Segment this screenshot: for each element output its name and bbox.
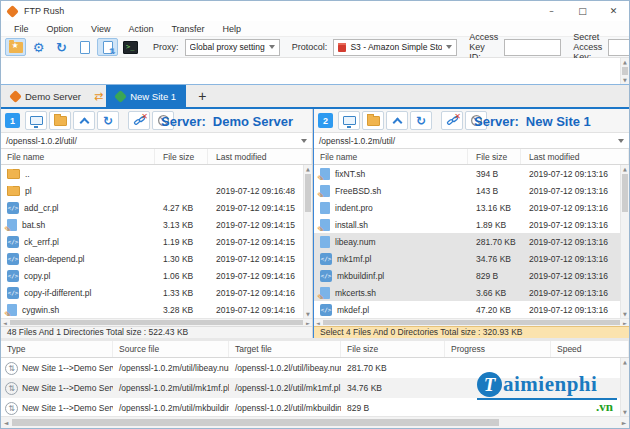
file-row[interactable]: install.sh1.89 KB2019-07-12 09:13:16 — [314, 216, 629, 233]
file-name: indent.pro — [335, 203, 373, 213]
remote-browser-button[interactable] — [25, 111, 47, 130]
file-row[interactable]: copy-if-different.pl1.33 KB2019-07-12 09… — [1, 284, 312, 301]
scroll-thumb[interactable] — [12, 419, 499, 426]
file-row[interactable]: pl2019-07-12 09:16:48 — [1, 182, 312, 199]
add-tab-button[interactable]: + — [186, 85, 218, 107]
file-row[interactable]: mkcerts.sh3.66 KB2019-07-12 09:13:16 — [314, 284, 629, 301]
scroll-up-icon[interactable]: ▲ — [621, 58, 629, 66]
refresh-button[interactable]: ↻ — [410, 111, 432, 130]
tab-new-site-1[interactable]: New Site 1 — [106, 85, 186, 107]
column-target-file[interactable]: Target file — [229, 341, 341, 357]
column-file-size[interactable]: File size — [341, 341, 445, 357]
file-row[interactable]: cygwin.sh3.28 KB2019-07-12 09:14:16 — [1, 301, 312, 318]
scroll-up-icon[interactable]: ▲ — [621, 358, 629, 366]
column-source-file[interactable]: Source file — [113, 341, 229, 357]
pane1-file-list: ..pl2019-07-12 09:16:48add_cr.pl4.27 KB2… — [1, 165, 312, 318]
close-button[interactable]: ✕ — [598, 1, 629, 21]
log-vertical-scrollbar[interactable]: ▲ ▼ — [620, 58, 629, 84]
file-row[interactable]: mkdef.pl47.20 KB2019-07-12 09:13:16 — [314, 301, 629, 318]
open-folder-button[interactable] — [362, 111, 384, 130]
scroll-thumb[interactable] — [622, 174, 628, 212]
menu-option[interactable]: Option — [38, 24, 83, 34]
column-file-size[interactable]: File size — [155, 149, 208, 164]
refresh-button[interactable]: ↻ — [97, 111, 119, 130]
pane2-path-bar[interactable]: /openssl-1.0.2m/util/ — [314, 133, 629, 149]
scroll-left-icon[interactable]: ◄ — [1, 417, 11, 428]
scroll-thumb[interactable] — [622, 67, 628, 75]
column-file-name[interactable]: File name — [314, 149, 468, 164]
terminal-button[interactable]: >_ — [120, 38, 141, 56]
file-row[interactable]: fixNT.sh394 B2019-07-12 09:13:16 — [314, 165, 629, 182]
pane2-horizontal-scrollbar[interactable]: ◄ ► — [314, 318, 629, 326]
scroll-left-icon[interactable]: ◄ — [1, 319, 9, 326]
scroll-left-icon[interactable]: ◄ — [314, 319, 322, 326]
queue-vertical-scrollbar[interactable]: ▲ ▼ — [620, 358, 629, 416]
file-row[interactable]: .. — [1, 165, 312, 182]
favorites-button[interactable] — [5, 38, 26, 56]
transfer-queue-button[interactable] — [97, 38, 118, 56]
pane-number-badge: 1 — [5, 113, 20, 128]
pane1-horizontal-scrollbar[interactable]: ◄ ► — [1, 318, 312, 326]
column-file-size[interactable]: File size — [468, 149, 521, 164]
queue-horizontal-scrollbar[interactable]: ◄ ► — [1, 416, 629, 428]
chevron-down-icon[interactable] — [618, 139, 624, 143]
proxy-select[interactable]: Global proxy setting — [185, 39, 280, 56]
scroll-right-icon[interactable]: ► — [621, 319, 629, 326]
scroll-thumb[interactable] — [323, 320, 620, 325]
file-row[interactable]: FreeBSD.sh143 B2019-07-12 09:13:16 — [314, 182, 629, 199]
chevron-down-icon[interactable] — [301, 139, 307, 143]
minimize-button[interactable]: – — [536, 1, 567, 21]
pane2-vertical-scrollbar[interactable]: ▲ ▼ — [620, 165, 629, 318]
column-last-modified[interactable]: Last modified — [521, 149, 629, 164]
pane-demo-server: 1 ↻ ✕ Server:Demo Server /openssl-1.0. — [1, 109, 313, 338]
scroll-down-icon[interactable]: ▼ — [304, 310, 312, 318]
file-row[interactable]: mkbuildinf.pl829 B2019-07-12 09:13:16 — [314, 267, 629, 284]
access-key-input[interactable] — [504, 39, 561, 56]
queue-row[interactable]: ⇅New Site 1-->Demo Server/openssl-1.0.2m… — [1, 358, 620, 378]
tab-demo-server[interactable]: Demo Server — [1, 85, 91, 107]
file-row[interactable]: indent.pro13.16 KB2019-07-12 09:13:16 — [314, 199, 629, 216]
scroll-thumb[interactable] — [10, 320, 303, 325]
scroll-down-icon[interactable]: ▼ — [621, 76, 629, 84]
column-last-modified[interactable]: Last modified — [208, 149, 312, 164]
file-row[interactable]: libeay.num281.70 KB2019-07-12 09:13:16 — [314, 233, 629, 250]
menu-action[interactable]: Action — [119, 24, 162, 34]
file-row[interactable]: copy.pl1.06 KB2019-07-12 09:14:16 — [1, 267, 312, 284]
column-type[interactable]: Type — [1, 341, 113, 357]
pane1-path-bar[interactable]: /openssl-1.0.2l/util/ — [1, 133, 312, 149]
queue-row[interactable]: ⇅New Site 1-->Demo Server/openssl-1.0.2m… — [1, 398, 620, 416]
scroll-up-icon[interactable]: ▲ — [621, 165, 629, 173]
scroll-up-icon[interactable]: ▲ — [304, 165, 312, 173]
file-row[interactable]: ck_errf.pl1.19 KB2019-07-12 09:14:15 — [1, 233, 312, 250]
file-row[interactable]: bat.sh3.13 KB2019-07-12 09:14:15 — [1, 216, 312, 233]
maximize-button[interactable]: □ — [567, 1, 598, 21]
menu-view[interactable]: View — [82, 24, 119, 34]
menu-file[interactable]: File — [5, 24, 38, 34]
file-row[interactable]: add_cr.pl4.27 KB2019-07-12 09:14:15 — [1, 199, 312, 216]
new-document-button[interactable] — [74, 38, 95, 56]
settings-button[interactable]: ⚙ — [28, 38, 49, 56]
disconnect-button[interactable]: ✕ — [128, 111, 150, 130]
menu-transfer[interactable]: Transfer — [162, 24, 213, 34]
scroll-thumb[interactable] — [305, 174, 311, 212]
parent-directory-button[interactable] — [386, 111, 408, 130]
column-progress[interactable]: Progress — [445, 341, 551, 357]
scroll-right-icon[interactable]: ► — [619, 417, 629, 428]
scroll-down-icon[interactable]: ▼ — [621, 310, 629, 318]
menu-help[interactable]: Help — [214, 24, 251, 34]
parent-directory-button[interactable] — [73, 111, 95, 130]
open-folder-button[interactable] — [49, 111, 71, 130]
file-row[interactable]: clean-depend.pl1.30 KB2019-07-12 09:14:1… — [1, 250, 312, 267]
file-row[interactable]: mk1mf.pl34.76 KB2019-07-12 09:13:16 — [314, 250, 629, 267]
secret-key-input[interactable] — [608, 39, 630, 56]
column-file-name[interactable]: File name — [1, 149, 155, 164]
queue-row[interactable]: ⇅New Site 1-->Demo Server/openssl-1.0.2m… — [1, 378, 620, 398]
protocol-select[interactable]: S3 - Amazon Simple Stora — [333, 39, 457, 56]
column-speed[interactable]: Speed — [551, 341, 629, 357]
scroll-down-icon[interactable]: ▼ — [621, 408, 629, 416]
disconnect-button[interactable]: ✕ — [441, 111, 463, 130]
remote-browser-button[interactable] — [338, 111, 360, 130]
sync-button[interactable]: ↻ — [51, 38, 72, 56]
scroll-right-icon[interactable]: ► — [304, 319, 312, 326]
pane1-vertical-scrollbar[interactable]: ▲ ▼ — [303, 165, 312, 318]
